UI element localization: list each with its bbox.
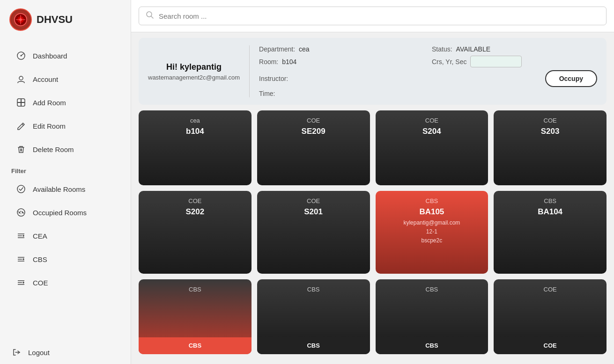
- status-value: AVAILABLE: [456, 45, 490, 53]
- room-dept: CBS: [426, 286, 438, 293]
- department-label: Department:: [259, 45, 295, 53]
- room-bottom-label: COE: [494, 337, 607, 354]
- occupied-rooms-icon: [16, 207, 26, 218]
- rooms-grid: ceab104COESE209COES204COES203COES202COES…: [131, 110, 614, 364]
- sidebar-item-cea[interactable]: CEA: [5, 225, 126, 247]
- cea-icon: [16, 231, 26, 241]
- time-field: Time:: [259, 90, 424, 97]
- svg-point-9: [20, 211, 22, 214]
- sidebar: DHVSU Dashboard Account: [0, 0, 131, 364]
- svg-point-5: [19, 76, 23, 80]
- sidebar-item-dashboard[interactable]: Dashboard: [5, 45, 126, 66]
- room-dept: CBS: [544, 197, 556, 204]
- room-card[interactable]: COES204: [376, 110, 488, 185]
- sidebar-item-dashboard-label: Dashboard: [33, 52, 67, 60]
- sidebar-item-coe-label: COE: [33, 279, 48, 287]
- sidebar-item-add-room[interactable]: Add Room: [5, 92, 126, 113]
- room-card[interactable]: COESE209: [257, 110, 370, 185]
- sidebar-item-cea-label: CEA: [33, 232, 47, 240]
- sidebar-item-delete-room-label: Delete Room: [33, 146, 74, 153]
- room-card[interactable]: CBSCBS: [139, 279, 252, 354]
- email-text: wastemanagement2c@gmail.com: [148, 74, 240, 81]
- status-label: Status:: [432, 45, 452, 53]
- search-bar: [139, 7, 607, 25]
- filter-label: Filter: [0, 161, 131, 177]
- sidebar-item-occupied-rooms[interactable]: Occupied Rooms: [5, 202, 126, 223]
- room-name: b104: [186, 127, 204, 136]
- room-card[interactable]: COECOE: [494, 279, 607, 354]
- crs-yr-sec-label: Crs, Yr, Sec: [432, 58, 466, 66]
- coe-icon: [16, 277, 26, 288]
- room-field: Room: b104: [259, 58, 424, 66]
- cbs-icon: [16, 254, 26, 264]
- sidebar-item-cbs[interactable]: CBS: [5, 248, 126, 270]
- delete-room-icon: [16, 144, 26, 154]
- room-name: S201: [304, 207, 323, 217]
- room-name: S204: [422, 127, 441, 136]
- sidebar-item-occupied-rooms-label: Occupied Rooms: [33, 209, 87, 217]
- room-card[interactable]: CBSCBS: [376, 279, 488, 354]
- room-bottom-label: CBS: [376, 337, 488, 354]
- room-card[interactable]: COES202: [139, 191, 252, 274]
- sidebar-item-delete-room[interactable]: Delete Room: [5, 138, 126, 160]
- available-rooms-icon: [16, 184, 26, 194]
- room-dept: COE: [544, 286, 557, 293]
- room-extra: kylepantig@gmail.com12-1bscpe2c: [403, 218, 460, 246]
- logout-label: Logout: [28, 349, 50, 357]
- sidebar-item-edit-room[interactable]: Edit Room: [5, 115, 126, 137]
- room-name: SE209: [302, 127, 325, 136]
- svg-point-7: [17, 185, 25, 193]
- main-content: Hi! kylepantig wastemanagement2c@gmail.c…: [131, 0, 614, 364]
- logo-text: DHVSU: [37, 14, 73, 26]
- room-value: b104: [282, 58, 296, 66]
- department-value: cea: [299, 45, 310, 53]
- department-field: Department: cea: [259, 45, 424, 53]
- room-name: S202: [186, 207, 205, 217]
- room-dept: COE: [188, 197, 201, 204]
- crs-yr-sec-input[interactable]: [470, 56, 522, 67]
- search-icon: [146, 11, 154, 21]
- nav-menu: Dashboard Account Add Room: [0, 39, 131, 299]
- room-name: S203: [541, 127, 560, 136]
- room-dept: CBS: [307, 286, 320, 293]
- instructor-label: Instructor:: [259, 75, 288, 82]
- room-dept: COE: [544, 117, 557, 124]
- info-panel-user: Hi! kylepantig wastemanagement2c@gmail.c…: [148, 45, 250, 97]
- search-input[interactable]: [159, 12, 599, 20]
- info-panel: Hi! kylepantig wastemanagement2c@gmail.c…: [139, 38, 607, 105]
- room-dept: CBS: [426, 197, 438, 204]
- room-bottom-label: CBS: [257, 337, 370, 354]
- logo-area: DHVSU: [0, 0, 131, 39]
- room-card[interactable]: CBSBA104: [494, 191, 607, 274]
- room-dept: COE: [307, 197, 320, 204]
- search-bar-wrap: [131, 0, 614, 32]
- sidebar-item-account[interactable]: Account: [5, 68, 126, 90]
- room-name: BA104: [538, 207, 562, 217]
- logout-icon: [11, 347, 22, 357]
- sidebar-item-coe[interactable]: COE: [5, 272, 126, 293]
- room-dept: COE: [425, 117, 438, 124]
- sidebar-item-edit-room-label: Edit Room: [33, 122, 66, 130]
- occupy-button[interactable]: Occupy: [545, 70, 597, 87]
- status-field: Status: AVAILABLE: [432, 45, 597, 53]
- greeting-text: Hi! kylepantig: [166, 62, 222, 72]
- room-card[interactable]: ceab104: [139, 110, 252, 185]
- dashboard-icon: [16, 51, 26, 61]
- room-card[interactable]: COES201: [257, 191, 370, 274]
- room-dept: CBS: [189, 286, 201, 293]
- crs-yr-sec-field: Crs, Yr, Sec: [432, 56, 597, 67]
- logout-button[interactable]: Logout: [0, 341, 131, 364]
- room-card[interactable]: COES203: [494, 110, 607, 185]
- info-panel-fields: Department: cea Status: AVAILABLE Room: …: [259, 45, 597, 97]
- instructor-field: Instructor:: [259, 75, 424, 82]
- room-card[interactable]: CBSBA105kylepantig@gmail.com12-1bscpe2c: [376, 191, 488, 274]
- room-card[interactable]: CBSCBS: [257, 279, 370, 354]
- svg-point-4: [21, 55, 22, 57]
- svg-point-8: [17, 209, 25, 216]
- room-bottom-label: CBS: [139, 337, 252, 354]
- sidebar-item-available-rooms[interactable]: Available Rooms: [5, 178, 126, 200]
- room-name: BA105: [419, 207, 444, 217]
- sidebar-item-available-rooms-label: Available Rooms: [33, 185, 85, 193]
- sidebar-item-cbs-label: CBS: [33, 255, 47, 263]
- room-dept: COE: [307, 117, 320, 124]
